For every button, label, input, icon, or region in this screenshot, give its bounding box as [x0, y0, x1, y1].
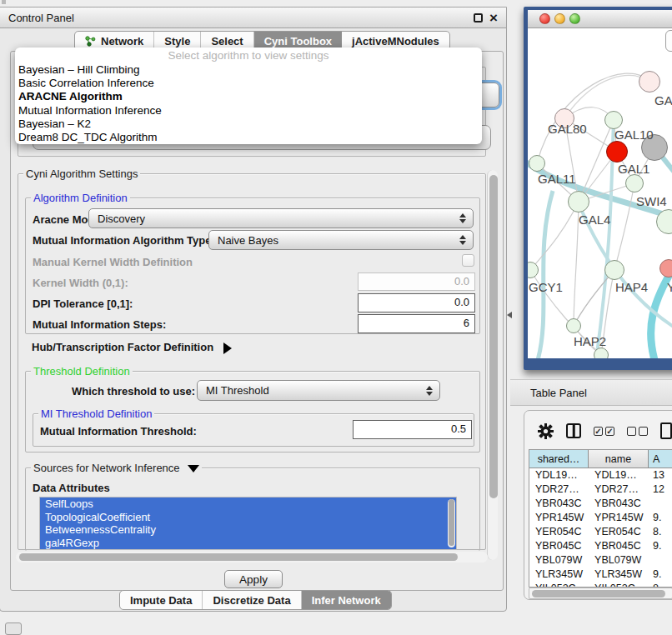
table-row[interactable]: YLR345W YLR345W 9. — [529, 568, 672, 582]
table-row[interactable]: YDR27… YDR27… 12 — [529, 482, 672, 497]
kernel-width-label: Kernel Width (0,1): — [33, 277, 128, 289]
select-all-columns-icon[interactable]: ✓✓ — [594, 427, 614, 436]
columns-icon[interactable] — [566, 423, 581, 438]
node-gal10[interactable] — [604, 111, 623, 129]
kernel-width-field[interactable]: 0.0 — [358, 272, 475, 291]
tab-jactivemnodules-label: jActiveMNodules — [352, 35, 439, 48]
tab-impute-data[interactable]: Impute Data — [120, 591, 203, 609]
cell: 9. — [649, 539, 672, 553]
threshold-definition-title: Threshold Definition — [31, 365, 133, 378]
cell: YLR345W — [589, 568, 649, 582]
node-gal4[interactable] — [568, 191, 589, 212]
which-threshold-value: MI Threshold — [206, 384, 269, 397]
tab-discretize-data-label: Discretize Data — [213, 594, 290, 607]
algorithm-option-selected[interactable]: ARACNE Algorithm — [15, 90, 482, 103]
close-icon[interactable]: × — [489, 13, 498, 22]
document-icon[interactable] — [660, 422, 672, 439]
algorithm-option[interactable]: Bayesian – Hill Climbing — [15, 63, 482, 77]
mi-steps-field[interactable]: 6 — [358, 314, 475, 333]
algorithm-option[interactable]: Bayesian – K2 — [15, 118, 482, 131]
sources-title[interactable]: Sources for Network Inference — [31, 462, 202, 474]
tab-infer-network-label: Infer Network — [312, 594, 381, 607]
tab-cyni-toolbox-label: Cyni Toolbox — [264, 35, 332, 48]
screen: Control Panel × Network Style Select Cyn — [0, 0, 672, 635]
mi-algorithm-type-combobox[interactable]: Naive Bayes — [208, 230, 474, 250]
network-icon — [85, 36, 96, 47]
hub-section-toggle[interactable]: Hub/Transcription Factor Definition — [32, 341, 232, 354]
table-panel-titlebar[interactable]: Table Panel — [510, 379, 672, 406]
panel-collapse-arrow[interactable] — [507, 312, 512, 318]
sources-group: Sources for Network Inference Data Attri… — [25, 468, 480, 551]
mi-threshold-field[interactable]: 0.5 — [353, 420, 472, 439]
algorithm-option[interactable]: Basic Correlation Inference — [15, 77, 482, 90]
node-bottom-cut[interactable] — [594, 348, 609, 358]
node-gal1[interactable] — [625, 174, 644, 192]
control-panel-titlebar[interactable]: Control Panel × — [0, 8, 506, 28]
sources-title-label: Sources for Network Inference — [33, 462, 180, 474]
cell: 9. — [649, 568, 672, 582]
which-threshold-combobox[interactable]: MI Threshold — [197, 380, 440, 401]
tab-select-label: Select — [211, 35, 243, 48]
mi-threshold-title: MI Threshold Definition — [38, 408, 154, 420]
cyni-algorithm-settings-title: Cyni Algorithm Settings — [23, 168, 140, 180]
tab-infer-network[interactable]: Infer Network — [302, 591, 391, 609]
deselect-all-columns-icon[interactable] — [627, 427, 648, 436]
table-row[interactable]: YER054C YER054C 8. — [529, 525, 672, 539]
aracne-mode-combobox[interactable]: Discovery — [88, 208, 474, 228]
cell: YER054C — [589, 525, 649, 539]
apply-button[interactable]: Apply — [224, 570, 283, 588]
gear-icon[interactable] — [538, 423, 554, 439]
minimize-traffic-light-icon[interactable] — [554, 13, 565, 24]
table-row[interactable]: YDL19… YDL19… 13 — [529, 468, 672, 482]
network-window-titlebar[interactable] — [528, 10, 672, 28]
list-item[interactable]: SelfLoops — [40, 498, 456, 511]
node-hap4[interactable] — [604, 260, 624, 280]
dpi-tolerance-field[interactable]: 0.0 — [358, 293, 475, 312]
cell: YBL079W — [589, 553, 649, 568]
manual-kernel-checkbox[interactable] — [462, 254, 474, 267]
network-view-window[interactable]: GAL80 GAL10 GAL1 GAL11 SWI4 GAL4 GCY1 HA… — [524, 7, 672, 370]
node-selected-red[interactable] — [606, 141, 628, 162]
table-row[interactable]: YBR043C YBR043C — [529, 497, 672, 511]
list-item[interactable]: TopologicalCoefficient — [40, 511, 456, 524]
table-horizontal-scrollbar[interactable] — [529, 588, 672, 599]
zoom-traffic-light-icon[interactable] — [569, 13, 580, 24]
table-row[interactable]: YBL079W YBL079W — [529, 553, 672, 568]
column-header-shared-name[interactable]: shared… — [529, 450, 589, 468]
close-traffic-light-icon[interactable] — [539, 13, 550, 24]
list-item[interactable]: gal4RGexp — [40, 537, 456, 550]
cell — [649, 497, 672, 511]
column-header-clipped[interactable]: A — [649, 450, 672, 468]
cell: YDL19… — [589, 468, 649, 482]
settings-vertical-scrollbar[interactable] — [487, 170, 498, 560]
cell: YDR27… — [529, 482, 589, 497]
column-header-name[interactable]: name — [589, 450, 649, 468]
network-canvas[interactable]: GAL80 GAL10 GAL1 GAL11 SWI4 GAL4 GCY1 HA… — [528, 28, 672, 358]
node-salmon[interactable] — [659, 259, 672, 278]
float-window-icon[interactable] — [474, 13, 483, 22]
node-hap2[interactable] — [566, 318, 581, 333]
node-gal2[interactable] — [639, 71, 660, 92]
list-vertical-scrollbar[interactable] — [448, 499, 455, 548]
settings-horizontal-scrollbar[interactable] — [16, 552, 488, 562]
algorithm-option[interactable]: Mutual Information Inference — [15, 104, 482, 118]
clipped-corner-button[interactable] — [5, 622, 22, 635]
data-attributes-list[interactable]: SelfLoops TopologicalCoefficient Between… — [39, 497, 457, 550]
table-row[interactable]: YPR145W YPR145W 9. — [529, 511, 672, 525]
cell: 9. — [649, 511, 672, 525]
algorithm-option[interactable]: Dream8 DC_TDC Algorithm — [15, 131, 482, 144]
algorithm-selection-popup: Select algorithm to view settings Bayesi… — [15, 48, 482, 144]
cell: YLR345W — [529, 568, 589, 582]
cell: YBR045C — [529, 539, 589, 553]
hub-section-label: Hub/Transcription Factor Definition — [32, 341, 213, 353]
node-label: Y — [667, 280, 672, 294]
node-gal11[interactable] — [529, 155, 545, 172]
node-label: GAL10 — [614, 128, 654, 142]
list-item[interactable]: BetweennessCentrality — [40, 523, 456, 537]
tab-discretize-data[interactable]: Discretize Data — [203, 591, 301, 609]
table-row[interactable]: YIL052C YIL052C 8 — [529, 582, 672, 588]
mi-algorithm-type-value: Naive Bayes — [218, 234, 278, 247]
table-row[interactable]: YBR045C YBR045C 9. — [529, 539, 672, 553]
mi-steps-value: 6 — [464, 317, 469, 329]
node-label: GAL80 — [548, 122, 587, 136]
